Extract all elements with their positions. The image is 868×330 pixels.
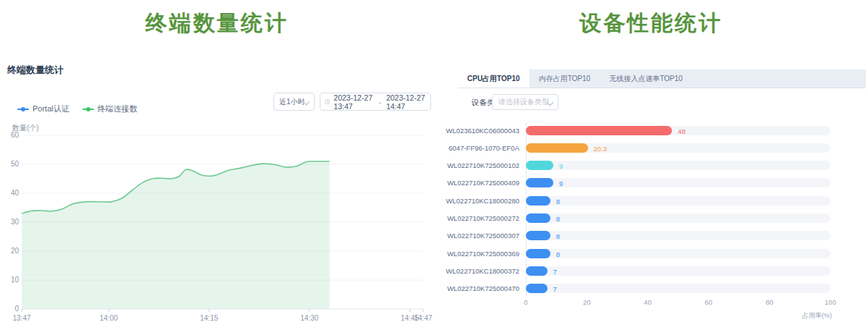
x-tick-label: 100 (820, 298, 841, 306)
legend-marker-icon (17, 107, 29, 111)
bar-track (526, 196, 830, 206)
bar-chart-x-axis-label: 占用率(%) (787, 311, 832, 321)
bar (526, 231, 550, 240)
x-tick-label: 40 (637, 298, 658, 306)
legend-label: Portal认证 (33, 103, 69, 114)
x-tick-label: 14:00 (100, 314, 118, 322)
bar-value-label: 7 (553, 285, 557, 293)
x-tick-label: 14:15 (200, 314, 218, 322)
bar-label: WL022710K725000470 (434, 284, 519, 292)
x-tick-label: 13:47 (12, 314, 30, 322)
terminal-count-line-chart: 数量(个)102030405060013:4714:0014:1514:3014… (0, 123, 434, 330)
bar-track (526, 213, 830, 223)
y-tick-label: 50 (11, 160, 20, 168)
time-range-select[interactable]: 近1小时 (273, 93, 315, 111)
date-range-separator: - (377, 98, 383, 106)
bar-label: WL022710K725000369 (434, 250, 519, 258)
date-range-start: 2023-12-27 13:47 (333, 93, 373, 111)
x-tick-label: 60 (698, 298, 720, 306)
x-tick-label: 14:47 (414, 314, 432, 322)
y-tick-label: 60 (11, 131, 20, 139)
bar-label: WL022710KC18000372 (434, 267, 519, 275)
bar-value-label: 8 (556, 215, 560, 223)
bar-track (526, 266, 830, 276)
bar-value-label: 9 (559, 162, 563, 170)
legend-label: 终端连接数 (98, 103, 137, 114)
bar-label: WL022710K725000272 (434, 214, 519, 222)
bar (526, 126, 672, 135)
y-tick-label: 0 (14, 305, 19, 313)
area-fill (22, 161, 330, 309)
device-performance-panel: 设备性能统计 CPU占用TOP10内存占用TOP10无线接入点速率TOP10 设… (434, 0, 868, 330)
tab-wireless-ap-rate-top10[interactable]: 无线接入点速率TOP10 (600, 69, 692, 88)
date-range-input[interactable]: 2023-12-27 13:47 - 2023-12-27 14:47 (320, 93, 431, 111)
bar (526, 266, 548, 276)
bar (526, 249, 550, 258)
tab-memory-top10[interactable]: 内存占用TOP10 (529, 69, 600, 88)
bar-track (526, 284, 830, 293)
section-title-terminal-count: 终端数量统计 (0, 9, 434, 38)
bar (526, 196, 550, 206)
x-tick-label: 80 (759, 298, 780, 306)
panel-header-terminal-count: 终端数量统计 (7, 64, 64, 77)
bar-value-label: 8 (556, 250, 560, 258)
bar (526, 178, 553, 187)
bar-label: WL023610KC06000043 (434, 127, 519, 135)
bar (526, 143, 588, 153)
legend: Portal认证终端连接数 (17, 103, 137, 114)
bar-value-label: 20.3 (594, 145, 608, 153)
clock-icon (325, 98, 330, 106)
bar-value-label: 7 (553, 268, 557, 276)
x-tick-label: 14:30 (300, 314, 318, 322)
y-tick-label: 40 (11, 189, 20, 197)
date-range-end: 2023-12-27 14:47 (386, 93, 426, 111)
bar-value-label: 9 (559, 179, 563, 187)
device-type-placeholder: 请选择设备类型 (498, 97, 549, 107)
y-tick-label: 20 (11, 247, 20, 255)
bar-label: WL022710K725000307 (434, 232, 519, 240)
tab-cpu-top10[interactable]: CPU占用TOP10 (458, 69, 529, 88)
bar-value-label: 48 (678, 127, 686, 135)
bar-value-label: 8 (556, 232, 560, 240)
y-tick-label: 30 (11, 218, 20, 226)
legend-item[interactable]: 终端连接数 (82, 103, 137, 114)
bar (526, 161, 553, 170)
x-tick-label: 0 (515, 298, 537, 306)
time-range-value: 近1小时 (279, 97, 305, 107)
bar-track (526, 178, 830, 187)
device-type-select[interactable]: 请选择设备类型 (492, 94, 558, 110)
bar-track (526, 231, 830, 240)
bar-track (526, 249, 830, 258)
bar-label: WL022710KC18000280 (434, 197, 519, 205)
bar (526, 213, 550, 223)
tab-bar: CPU占用TOP10内存占用TOP10无线接入点速率TOP10 (458, 69, 866, 88)
bar-label: WL022710K725000102 (434, 161, 519, 169)
legend-item[interactable]: Portal认证 (17, 103, 69, 114)
terminal-count-panel: 终端数量统计 终端数量统计 近1小时 2023-12-27 13:47 - 20… (0, 0, 434, 330)
bar (526, 284, 548, 293)
x-tick-label: 20 (576, 298, 597, 306)
bar-track (526, 161, 830, 170)
dashboard: 终端数量统计 终端数量统计 近1小时 2023-12-27 13:47 - 20… (0, 0, 868, 330)
section-title-device-performance: 设备性能统计 (434, 9, 868, 38)
legend-marker-icon (82, 107, 94, 111)
bar-value-label: 8 (556, 198, 560, 206)
y-tick-label: 10 (11, 276, 20, 284)
bar-label: 6047-FF96-1070-EF0A (434, 144, 519, 152)
bar-label: WL022710K725000409 (434, 179, 519, 187)
